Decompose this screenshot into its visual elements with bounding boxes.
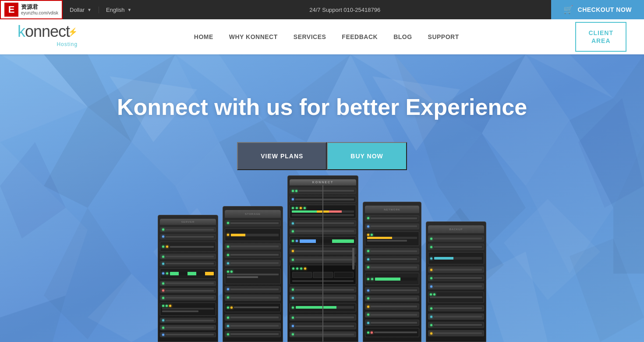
main-nav: konnect ⚡ Hosting HOME WHY KONNECT SERVI… (0, 19, 644, 54)
logo-hosting: Hosting (57, 41, 78, 50)
watermark: E 资源君 eyunzhu.com/vdisk (0, 0, 63, 19)
buy-now-button[interactable]: BUY NOW (327, 142, 407, 170)
currency-selector[interactable]: Dollar ▼ (63, 7, 99, 13)
nav-blog[interactable]: BLOG (386, 19, 420, 54)
logo[interactable]: konnect ⚡ Hosting (18, 24, 78, 50)
logo-text: konnect (18, 24, 70, 39)
plug-icon: ⚡ (68, 27, 78, 37)
hero-content: Konnect with us for better Experience VI… (0, 54, 644, 196)
checkout-button[interactable]: 🛒 Checkout Now (551, 0, 644, 19)
watermark-letter: E (4, 3, 18, 17)
logo-rest: onnect (25, 22, 70, 40)
watermark-text: 资源君 eyunzhu.com/vdisk (21, 4, 58, 16)
language-label: English (106, 7, 125, 13)
server-rack-3: KONNECT (287, 175, 358, 342)
checkout-label: Checkout Now (578, 6, 632, 13)
cart-icon: 🛒 (563, 5, 573, 14)
nav-feedback[interactable]: FEEDBACK (334, 19, 386, 54)
server-racks: SERVER (158, 175, 486, 342)
top-bar-left: E 资源君 eyunzhu.com/vdisk Dollar ▼ English… (0, 0, 138, 19)
support-text: 24/7 Support 010-25418796 (138, 7, 551, 13)
currency-label: Dollar (70, 7, 85, 13)
server-rack-4: NETWORK (363, 202, 421, 342)
logo-top-row: konnect ⚡ (18, 24, 78, 39)
nav-links: HOME WHY KONNECT SERVICES FEEDBACK BLOG … (186, 19, 467, 54)
nav-why-konnect[interactable]: WHY KONNECT (221, 19, 286, 54)
nav-home[interactable]: HOME (186, 19, 221, 54)
watermark-line1: 资源君 (21, 4, 58, 11)
server-rack-2: STORAGE (223, 206, 283, 342)
chevron-down-icon: ▼ (127, 7, 132, 12)
language-selector[interactable]: English ▼ (99, 7, 139, 13)
hero-section: Konnect with us for better Experience VI… (0, 54, 644, 342)
server-rack-5: BACKUP (426, 221, 486, 342)
top-bar: E 资源君 eyunzhu.com/vdisk Dollar ▼ English… (0, 0, 644, 19)
nav-services[interactable]: SERVICES (286, 19, 334, 54)
view-plans-button[interactable]: VIEW PLANS (237, 142, 327, 170)
server-rack-1: SERVER (158, 215, 218, 342)
logo-k: k (18, 22, 25, 40)
hero-title: Konnect with us for better Experience (117, 94, 527, 120)
nav-support[interactable]: SUPPORT (420, 19, 467, 54)
chevron-down-icon: ▼ (87, 7, 92, 12)
client-area-button[interactable]: CLIENTAREA (575, 22, 626, 52)
watermark-line2: eyunzhu.com/vdisk (21, 11, 58, 16)
hero-buttons: VIEW PLANS BUY NOW (237, 142, 407, 170)
